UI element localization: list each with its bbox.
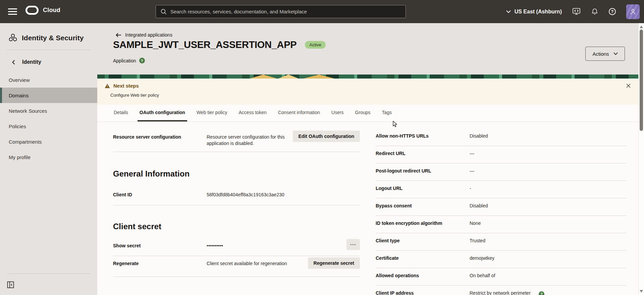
topbar-right: US East (Ashburn) ? bbox=[506, 0, 640, 23]
collapse-sidebar-icon[interactable] bbox=[7, 281, 14, 290]
scroll-down-arrow-icon[interactable] bbox=[640, 290, 643, 293]
oracle-logo-icon bbox=[25, 6, 39, 15]
configure-web-tier-policy-link[interactable]: Configure Web tier policy bbox=[110, 93, 159, 98]
actions-button[interactable]: Actions bbox=[585, 47, 625, 61]
field-label: Client IP address bbox=[376, 290, 470, 295]
search-input[interactable] bbox=[170, 9, 385, 14]
field-label: Allow non-HTTPS URLs bbox=[376, 133, 470, 139]
actions-button-label: Actions bbox=[592, 51, 609, 57]
tab-oauth-configuration[interactable]: OAuth configuration bbox=[138, 105, 187, 121]
back-link-integrated-applications[interactable]: Integrated applications bbox=[116, 32, 172, 38]
sidebar-item-domains[interactable]: Domains bbox=[0, 88, 97, 103]
topbar: Cloud US East (Ashburn) bbox=[0, 0, 644, 23]
sidebar-back-identity[interactable]: Identity bbox=[0, 50, 97, 65]
field-value: On behalf of bbox=[470, 273, 627, 279]
edit-oauth-configuration-button[interactable]: Edit OAuth configuration bbox=[293, 131, 360, 142]
region-label: US East (Ashburn) bbox=[515, 9, 562, 15]
sidebar-item-policies[interactable]: Policies bbox=[0, 118, 97, 134]
field-value-wrap: Restrict by network perimeter ? bbox=[470, 290, 627, 295]
regenerate-secret-button[interactable]: Regenerate secret bbox=[308, 257, 360, 269]
show-secret-options-button[interactable]: ··· bbox=[346, 239, 360, 250]
scrollbar-thumb[interactable] bbox=[640, 30, 643, 131]
tab-details[interactable]: Details bbox=[112, 105, 130, 121]
sidebar-item-network-sources[interactable]: Network Sources bbox=[0, 103, 97, 118]
back-arrow-icon bbox=[116, 33, 121, 37]
notifications-bell-icon[interactable] bbox=[591, 8, 598, 15]
search-icon bbox=[160, 8, 167, 15]
sidebar-item-compartments[interactable]: Compartments bbox=[0, 134, 97, 149]
application-help-icon[interactable]: ? bbox=[139, 58, 145, 63]
hamburger-menu-icon[interactable] bbox=[8, 8, 17, 15]
brand-name: Cloud bbox=[43, 7, 60, 14]
sidebar-item-overview[interactable]: Overview bbox=[0, 72, 97, 88]
client-ip-help-icon[interactable]: ? bbox=[539, 291, 544, 295]
back-link-label: Integrated applications bbox=[125, 32, 172, 38]
field-label: Logout URL bbox=[376, 185, 470, 191]
main-area: Integrated applications SAMPLE_JWT_USER_… bbox=[97, 23, 638, 295]
field-label: Post-logout redirect URL bbox=[376, 168, 470, 174]
client-id-row: Client ID 58f03dfd8b404eff8a3c19163c3ae2… bbox=[113, 191, 360, 205]
field-label: Resource server configuration bbox=[113, 131, 207, 140]
tab-web-tier-policy[interactable]: Web tier policy bbox=[195, 105, 229, 121]
page-title: SAMPLE_JWT_USER_ASSERTION_APP bbox=[113, 39, 297, 50]
field-value: - bbox=[470, 185, 627, 192]
tab-groups[interactable]: Groups bbox=[353, 105, 373, 121]
field-label: ID token encryption algorithm bbox=[376, 220, 470, 226]
vertical-scrollbar[interactable] bbox=[638, 23, 644, 295]
sidebar-footer-divider bbox=[7, 274, 91, 274]
field-value: — bbox=[470, 150, 627, 157]
person-icon bbox=[629, 8, 637, 16]
sidebar-items: Overview Domains Network Sources Policie… bbox=[0, 72, 97, 165]
show-secret-row: Show secret •••••••••• ··· bbox=[113, 242, 360, 256]
sidebar-title: Identity & Security bbox=[0, 23, 97, 42]
field-value: — bbox=[470, 168, 627, 174]
field-label: Client ID bbox=[113, 192, 207, 198]
table-row: Redirect URL — bbox=[376, 146, 627, 163]
field-value: Disabled bbox=[470, 203, 627, 209]
field-value: Client secret available for regeneration bbox=[207, 260, 308, 267]
table-row: Bypass consent Disabled bbox=[376, 198, 627, 216]
chevron-down-icon bbox=[613, 52, 618, 55]
chevron-down-icon bbox=[506, 10, 511, 13]
masked-secret-value: •••••••••• bbox=[207, 243, 346, 249]
help-icon[interactable]: ? bbox=[609, 8, 616, 15]
field-label: Bypass consent bbox=[376, 203, 470, 209]
cloud-shell-icon[interactable] bbox=[572, 8, 581, 15]
client-id-value: 58f03dfd8b404eff8a3c19163c3ae230 bbox=[207, 192, 360, 198]
brand[interactable]: Cloud bbox=[25, 6, 60, 15]
user-avatar[interactable] bbox=[626, 4, 640, 19]
title-row: SAMPLE_JWT_USER_ASSERTION_APP Active bbox=[113, 39, 326, 50]
banner-title: Next steps bbox=[113, 83, 139, 89]
sidebar-item-my-profile[interactable]: My profile bbox=[0, 149, 97, 165]
field-label: Regenerate bbox=[113, 260, 207, 266]
oci-console: Cloud US East (Ashburn) bbox=[0, 0, 644, 295]
region-selector[interactable]: US East (Ashburn) bbox=[506, 9, 562, 15]
table-row: Client type Trusted bbox=[376, 233, 627, 251]
tab-consent-information[interactable]: Consent information bbox=[276, 105, 322, 121]
tab-content: Resource server configuration Resource s… bbox=[97, 122, 638, 295]
global-search[interactable] bbox=[156, 5, 406, 18]
left-column: Resource server configuration Resource s… bbox=[113, 122, 360, 295]
close-icon[interactable] bbox=[624, 82, 633, 90]
client-configuration-row: Client configuration Client configuratio… bbox=[113, 293, 360, 295]
field-label: Redirect URL bbox=[376, 150, 470, 156]
field-value: None bbox=[470, 220, 627, 227]
table-row: Client IP address Restrict by network pe… bbox=[376, 286, 627, 295]
warning-icon bbox=[105, 84, 110, 88]
page-header: Integrated applications SAMPLE_JWT_USER_… bbox=[97, 23, 638, 75]
banner-title-row: Next steps bbox=[105, 83, 139, 89]
scroll-up-arrow-icon[interactable] bbox=[640, 26, 643, 28]
field-value: Disabled bbox=[470, 133, 627, 139]
tab-tags[interactable]: Tags bbox=[380, 105, 394, 121]
tab-bar: Details OAuth configuration Web tier pol… bbox=[97, 105, 638, 122]
table-row: ID token encryption algorithm None bbox=[376, 216, 627, 233]
client-secret-heading: Client secret bbox=[113, 221, 360, 232]
regenerate-row: Regenerate Client secret available for r… bbox=[113, 259, 360, 277]
table-row: Certificate demojwtkey bbox=[376, 251, 627, 268]
tab-users[interactable]: Users bbox=[329, 105, 346, 121]
field-value: demojwtkey bbox=[470, 255, 627, 261]
resource-type-label: Application bbox=[113, 58, 136, 63]
general-information-heading: General Information bbox=[113, 168, 360, 179]
field-value: Trusted bbox=[470, 238, 627, 244]
tab-access-token[interactable]: Access token bbox=[236, 105, 268, 121]
